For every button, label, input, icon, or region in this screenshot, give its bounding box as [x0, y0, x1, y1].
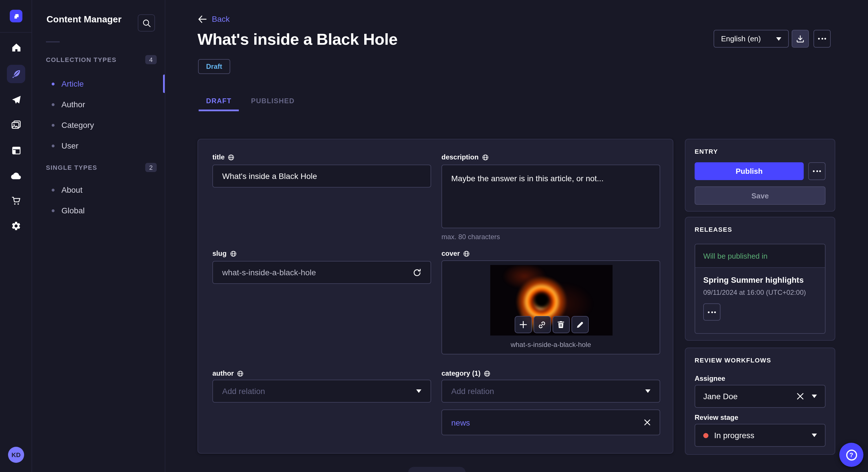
- author-relation-select[interactable]: Add relation: [212, 380, 431, 403]
- clear-assignee-icon[interactable]: [797, 393, 804, 400]
- releases-icon[interactable]: [7, 91, 25, 109]
- release-status: Will be published in: [695, 244, 825, 268]
- title-input[interactable]: What's inside a Black Hole: [212, 165, 431, 188]
- collection-types-header: COLLECTION TYPES 4: [46, 54, 157, 65]
- content-manager-app: KD Content Manager COLLECTION TYPES 4 Ar…: [0, 0, 868, 472]
- review-stage-select[interactable]: In progress: [694, 424, 826, 447]
- entry-more-button[interactable]: [808, 162, 826, 180]
- back-arrow-icon: [198, 15, 207, 23]
- locale-select[interactable]: English (en): [714, 30, 789, 47]
- entry-panel-title: ENTRY: [694, 148, 718, 155]
- content-type-builder-icon[interactable]: [7, 141, 25, 160]
- bullet-icon: [52, 124, 55, 127]
- more-icon: [818, 38, 826, 40]
- sidebar-item-label: Category: [61, 121, 94, 130]
- copy-link-button[interactable]: [533, 316, 551, 333]
- assignee-label: Assignee: [694, 374, 725, 382]
- add-media-button[interactable]: [515, 316, 532, 333]
- sidebar-item-global[interactable]: Global: [46, 204, 157, 217]
- remove-category-icon[interactable]: [644, 419, 650, 426]
- subnav-title: Content Manager: [46, 14, 121, 25]
- tab-draft[interactable]: DRAFT: [198, 92, 239, 111]
- bullet-icon: [52, 82, 55, 85]
- stage-value: In progress: [714, 431, 754, 440]
- back-label: Back: [212, 14, 229, 24]
- search-button[interactable]: [138, 14, 155, 32]
- tab-published[interactable]: PUBLISHED: [244, 92, 302, 111]
- description-textarea[interactable]: Maybe the answer is in this article, or …: [441, 165, 660, 228]
- link-icon: [538, 320, 546, 329]
- back-link[interactable]: Back: [198, 14, 229, 24]
- media-library-icon[interactable]: [7, 116, 25, 134]
- subnav: Content Manager COLLECTION TYPES 4 Artic…: [32, 0, 165, 472]
- section-label: SINGLE TYPES: [46, 164, 97, 171]
- next-card-peek: [408, 467, 466, 472]
- publish-button[interactable]: Publish: [694, 162, 804, 180]
- export-button[interactable]: [792, 30, 809, 47]
- chevron-down-icon: [812, 434, 817, 437]
- category-placeholder: Add relation: [451, 386, 494, 396]
- field-label-text: description: [441, 153, 478, 161]
- bullet-icon: [52, 103, 55, 106]
- release-card: Will be published in Spring Summer highl…: [694, 244, 826, 334]
- assignee-value: Jane Doe: [703, 392, 738, 401]
- chevron-down-icon: [812, 395, 817, 398]
- status-badge: Draft: [198, 59, 230, 74]
- bullet-icon: [52, 189, 55, 191]
- bullet-icon: [52, 209, 55, 212]
- sidebar-item-label: About: [61, 185, 82, 194]
- release-more-button[interactable]: [703, 303, 720, 321]
- category-tag-link[interactable]: news: [451, 418, 470, 427]
- slug-field-label: slug: [212, 249, 236, 258]
- sidebar-item-label: User: [61, 141, 79, 150]
- settings-icon[interactable]: [7, 217, 25, 235]
- active-item-indicator: [163, 74, 165, 93]
- cover-filename: what-s-inside-a-black-hole: [442, 341, 660, 349]
- chevron-down-icon: [416, 390, 422, 393]
- trash-icon: [557, 321, 565, 329]
- description-field-label: description: [441, 153, 488, 161]
- description-helper: max. 80 characters: [441, 233, 500, 241]
- home-icon[interactable]: [7, 38, 25, 57]
- deploy-icon[interactable]: [7, 166, 25, 185]
- subnav-divider: [46, 41, 60, 42]
- edit-media-button[interactable]: [571, 316, 588, 333]
- releases-panel-title: RELEASES: [694, 226, 732, 233]
- globe-icon: [237, 370, 244, 376]
- regenerate-slug-icon[interactable]: [413, 268, 422, 277]
- collection-types-count-badge: 4: [145, 55, 157, 64]
- save-button[interactable]: Save: [694, 187, 826, 205]
- locale-value: English (en): [721, 34, 761, 43]
- more-icon: [708, 311, 716, 313]
- release-name: Spring Summer highlights: [703, 275, 817, 284]
- field-label-text: slug: [212, 249, 226, 258]
- strapi-logo-icon[interactable]: [10, 10, 22, 22]
- globe-icon: [482, 154, 488, 160]
- content-manager-icon[interactable]: [7, 65, 25, 83]
- plus-icon: [519, 321, 527, 329]
- publish-row: Publish: [694, 162, 826, 180]
- sidebar-item-article[interactable]: Article: [46, 77, 157, 91]
- slug-input[interactable]: what-s-inside-a-black-hole: [212, 261, 431, 284]
- field-label-text: author: [212, 369, 234, 377]
- sidebar-item-label: Article: [61, 79, 84, 88]
- field-label-text: cover: [441, 249, 460, 258]
- sidebar-item-category[interactable]: Category: [46, 118, 157, 132]
- releases-panel: RELEASES Will be published in Spring Sum…: [685, 217, 835, 341]
- category-field-label: category (1): [441, 369, 490, 377]
- globe-icon: [228, 154, 235, 160]
- marketplace-icon[interactable]: [7, 192, 25, 210]
- help-button[interactable]: [839, 443, 863, 467]
- header-more-button[interactable]: [813, 30, 831, 47]
- user-avatar[interactable]: KD: [8, 447, 24, 463]
- delete-media-button[interactable]: [552, 316, 569, 333]
- sidebar-item-label: Global: [61, 206, 85, 215]
- sidebar-item-user[interactable]: User: [46, 139, 157, 153]
- version-tabs: DRAFT PUBLISHED: [198, 92, 302, 111]
- sidebar-item-about[interactable]: About: [46, 183, 157, 197]
- assignee-select[interactable]: Jane Doe: [694, 385, 826, 408]
- review-stage-label: Review stage: [694, 413, 738, 422]
- download-icon: [796, 35, 804, 43]
- category-relation-select[interactable]: Add relation: [441, 380, 660, 403]
- sidebar-item-author[interactable]: Author: [46, 98, 157, 111]
